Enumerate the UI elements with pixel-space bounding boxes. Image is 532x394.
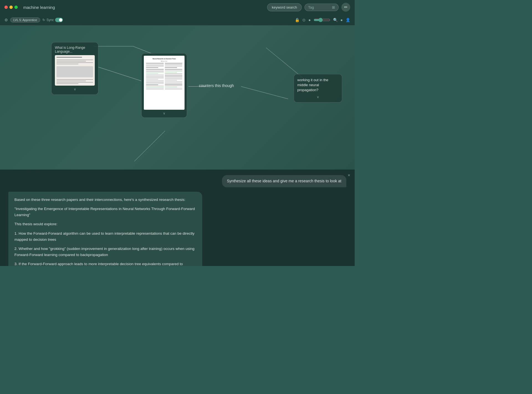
doc1-expand[interactable]: ∨: [55, 87, 95, 91]
titlebar-right: keyword search ⊞ ✏: [267, 3, 350, 12]
level-badge: LVL 5: Apprentice: [10, 17, 40, 22]
working-text: working it out in the middle neural prop…: [297, 78, 339, 93]
sync-label: Sync: [47, 18, 54, 22]
tag-filter-icon: ⊞: [332, 5, 335, 9]
ai-explore: This thesis would explore:: [14, 221, 196, 227]
ai-title: "Investigating the Emergence of Interpre…: [14, 206, 196, 218]
sync-button[interactable]: ↻ Sync: [42, 18, 63, 22]
target-icon[interactable]: ⊙: [302, 18, 306, 22]
toolbar-right: 🔒 ⊙ ● 🔍 ● 👤: [295, 18, 350, 22]
working-expand[interactable]: ∨: [297, 95, 339, 99]
ai-point-2: 2. Whether and how "grokking" (sudden im…: [14, 246, 196, 258]
doc1-title: What is Long-Range Language...: [55, 46, 95, 53]
sync-toggle-dot: [59, 18, 62, 22]
traffic-lights: [4, 6, 18, 9]
settings-icon[interactable]: ⚙: [4, 18, 8, 22]
ai-point-1: 1. How the Forward-Forward algorithm can…: [14, 231, 196, 242]
search-icon[interactable]: 🔍: [333, 18, 338, 22]
tag-input-wrapper: ⊞: [305, 4, 339, 11]
ai-point-3: 3. If the Forward-Forward approach leads…: [14, 261, 196, 266]
dot-icon2: ●: [341, 18, 343, 22]
chat-area: × Synthesize all these ideas and give me…: [0, 170, 355, 266]
titlebar: machine learning keyword search ⊞ ✏: [0, 0, 355, 14]
tag-input[interactable]: [308, 5, 330, 9]
counters-note[interactable]: counters this though: [194, 80, 239, 92]
keyword-search-button[interactable]: keyword search: [267, 3, 302, 11]
counters-text: counters this though: [199, 83, 234, 88]
minimize-traffic-light[interactable]: [9, 6, 13, 9]
doc2-edit-icon: ✏: [182, 56, 185, 59]
dot-icon1: ●: [308, 18, 311, 22]
zoom-slider[interactable]: [314, 18, 330, 22]
doc2-paper: Neural Networks on Decision Trees Author…: [144, 56, 185, 110]
user-message: Synthesize all these ideas and give me a…: [222, 175, 346, 187]
ai-response: Based on these three research papers and…: [8, 192, 202, 266]
toolbar: ⚙ LVL 5: Apprentice ↻ Sync 🔒 ⊙ ● 🔍 ● 👤: [0, 14, 355, 25]
doc2-expand[interactable]: ∨: [144, 111, 185, 115]
svg-line-4: [241, 86, 288, 99]
sync-toggle[interactable]: [55, 18, 63, 22]
sync-icon: ↻: [42, 18, 45, 22]
close-button[interactable]: ×: [348, 173, 350, 178]
user-icon[interactable]: 👤: [346, 18, 350, 22]
doc2-title: Neural Networks on Decision Trees: [146, 58, 182, 60]
ai-intro: Based on these three research papers and…: [14, 197, 196, 203]
document-card-2[interactable]: ✏ Neural Networks on Decision Trees Auth…: [141, 53, 187, 118]
app-title: machine learning: [23, 5, 55, 10]
close-traffic-light[interactable]: [4, 6, 8, 9]
maximize-traffic-light[interactable]: [14, 6, 18, 9]
edit-button[interactable]: ✏: [341, 3, 350, 12]
working-note-card[interactable]: working it out in the middle neural prop…: [294, 74, 342, 103]
doc1-thumbnail: [55, 55, 95, 86]
lock-icon[interactable]: 🔒: [295, 18, 300, 22]
toolbar-left: ⚙ LVL 5: Apprentice ↻ Sync: [4, 17, 63, 22]
svg-line-0: [98, 67, 141, 81]
doc2-authors: Authors et al.: [146, 60, 182, 62]
svg-line-6: [134, 131, 165, 161]
document-card-1[interactable]: What is Long-Range Language... ∨: [51, 42, 98, 95]
canvas-area: What is Long-Range Language... ∨ ✏ Neura…: [0, 25, 355, 170]
titlebar-left: machine learning: [4, 5, 55, 10]
chat-messages: Synthesize all these ideas and give me a…: [0, 170, 355, 266]
